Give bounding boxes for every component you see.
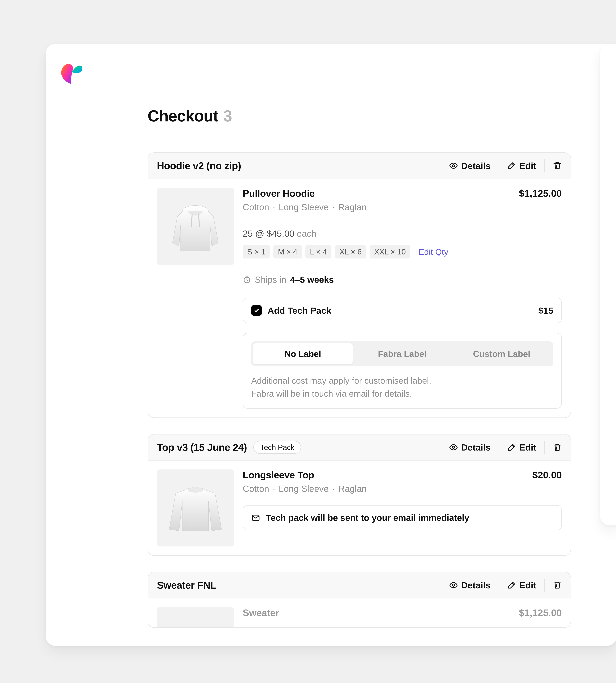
page-title-count: 3 xyxy=(223,107,232,125)
product-name: Sweater xyxy=(243,607,279,618)
card-title-text: Hoodie v2 (no zip) xyxy=(157,160,241,172)
svg-point-2 xyxy=(453,446,455,448)
product-attributes: Cotton·Long Sleeve·Raglan xyxy=(243,202,562,212)
cart-item-card: Sweater FNL Details Edit xyxy=(148,572,571,628)
details-button[interactable]: Details xyxy=(441,579,499,592)
product-name: Pullover Hoodie xyxy=(243,188,315,199)
attr: Long Sleeve xyxy=(279,202,329,212)
product-price: $20.00 xyxy=(532,469,562,481)
label-option-box: No Label Fabra Label Custom Label Additi… xyxy=(243,333,562,409)
stopwatch-icon xyxy=(243,276,251,284)
attr: Long Sleeve xyxy=(279,484,329,494)
pencil-icon xyxy=(507,581,516,590)
hoodie-illustration xyxy=(163,194,228,259)
trash-icon xyxy=(553,161,562,170)
pencil-icon xyxy=(507,161,516,170)
edit-label: Edit xyxy=(519,580,536,590)
ships-prefix: Ships in xyxy=(255,274,286,285)
product-price: $1,125.00 xyxy=(519,607,562,618)
size-pill: XL × 6 xyxy=(335,245,366,259)
label-opt-no-label[interactable]: No Label xyxy=(253,343,353,364)
product-attributes: Cotton·Long Sleeve·Raglan xyxy=(243,483,562,494)
eye-icon xyxy=(449,443,458,452)
attr: Cotton xyxy=(243,484,269,494)
card-header: Sweater FNL Details Edit xyxy=(148,572,571,598)
qty-unit: $45.00 xyxy=(267,228,294,239)
card-title: Hoodie v2 (no zip) xyxy=(157,160,441,172)
size-pill: M × 4 xyxy=(273,245,302,259)
app-logo xyxy=(58,59,83,85)
card-title-text: Top v3 (15 June 24) xyxy=(157,442,247,453)
eye-icon xyxy=(449,161,458,170)
attr: Cotton xyxy=(243,202,269,212)
trash-icon xyxy=(553,581,562,590)
svg-point-0 xyxy=(453,164,455,167)
details-label: Details xyxy=(461,161,491,171)
product-name: Longsleeve Top xyxy=(243,469,314,481)
pencil-icon xyxy=(507,443,516,452)
card-title: Sweater FNL xyxy=(157,579,441,591)
page-title-text: Checkout xyxy=(148,107,218,125)
mail-icon xyxy=(251,513,260,522)
qty-count: 25 xyxy=(243,228,252,239)
edit-button[interactable]: Edit xyxy=(499,441,544,454)
cart-item-card: Hoodie v2 (no zip) Details Edit xyxy=(148,152,571,418)
techpack-mail-notice: Tech pack will be sent to your email imm… xyxy=(243,505,562,530)
card-title-text: Sweater FNL xyxy=(157,579,216,591)
top-illustration xyxy=(163,475,228,541)
right-panel-peek xyxy=(600,44,616,525)
page-title: Checkout 3 xyxy=(148,107,571,125)
shipping-estimate: Ships in 4–5 weeks xyxy=(243,274,562,285)
delete-button[interactable] xyxy=(544,159,562,172)
label-opt-fabra-label[interactable]: Fabra Label xyxy=(353,343,452,364)
checkbox-checked-icon xyxy=(251,305,262,316)
card-header: Hoodie v2 (no zip) Details Edit xyxy=(148,153,571,179)
edit-label: Edit xyxy=(519,442,536,453)
card-title: Top v3 (15 June 24) Tech Pack xyxy=(157,441,441,454)
details-label: Details xyxy=(461,442,491,453)
details-button[interactable]: Details xyxy=(441,159,499,172)
cart-item-card: Top v3 (15 June 24) Tech Pack Details Ed… xyxy=(148,434,571,556)
label-opt-custom-label[interactable]: Custom Label xyxy=(452,343,551,364)
size-pill: XXL × 10 xyxy=(370,245,410,259)
label-note: Additional cost may apply for customised… xyxy=(251,374,553,400)
checkout-sheet: Checkout 3 Hoodie v2 (no zip) Details xyxy=(46,44,616,646)
edit-qty-link[interactable]: Edit Qty xyxy=(419,247,448,257)
attr: Raglan xyxy=(338,484,367,494)
ships-value: 4–5 weeks xyxy=(290,274,334,285)
product-thumbnail xyxy=(157,607,234,627)
svg-point-5 xyxy=(453,584,455,586)
label-segmented-control: No Label Fabra Label Custom Label xyxy=(251,342,553,366)
techpack-label: Add Tech Pack xyxy=(268,305,533,316)
edit-button[interactable]: Edit xyxy=(499,579,544,592)
size-pill: L × 4 xyxy=(305,245,331,259)
add-techpack-option[interactable]: Add Tech Pack $15 xyxy=(243,298,562,323)
card-header: Top v3 (15 June 24) Tech Pack Details Ed… xyxy=(148,435,571,461)
product-price: $1,125.00 xyxy=(519,188,562,199)
attr: Raglan xyxy=(338,202,367,212)
quantity-line: 25 @ $45.00 each xyxy=(243,228,562,239)
svg-point-3 xyxy=(188,487,203,492)
details-label: Details xyxy=(461,580,491,590)
details-button[interactable]: Details xyxy=(441,441,499,454)
qty-suffix: each xyxy=(297,228,316,239)
edit-button[interactable]: Edit xyxy=(499,159,544,172)
edit-label: Edit xyxy=(519,161,536,171)
mail-message: Tech pack will be sent to your email imm… xyxy=(266,513,469,523)
trash-icon xyxy=(553,443,562,452)
techpack-chip: Tech Pack xyxy=(253,441,301,454)
delete-button[interactable] xyxy=(544,441,562,454)
product-thumbnail xyxy=(157,469,234,547)
size-pill: S × 1 xyxy=(243,245,270,259)
size-breakdown: S × 1 M × 4 L × 4 XL × 6 XXL × 10 Edit Q… xyxy=(243,245,562,259)
product-thumbnail xyxy=(157,188,234,265)
delete-button[interactable] xyxy=(544,579,562,592)
eye-icon xyxy=(449,581,458,590)
techpack-price: $15 xyxy=(538,305,553,316)
